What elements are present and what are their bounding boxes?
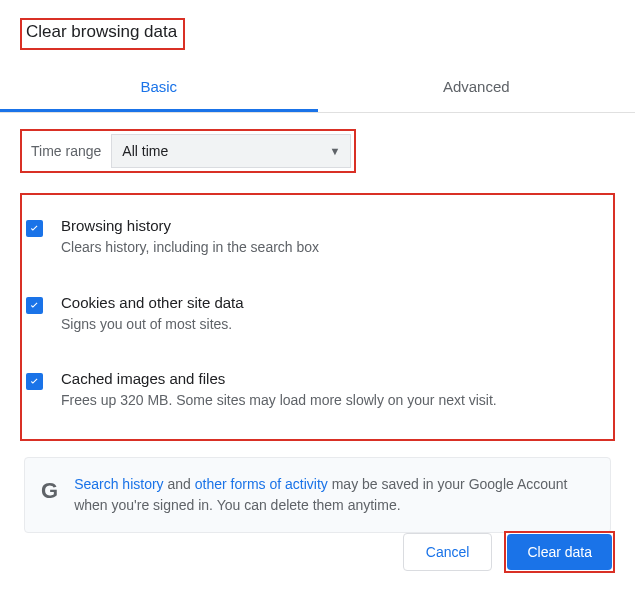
checkbox-cached[interactable] <box>26 373 43 390</box>
time-range-value: All time <box>122 143 168 159</box>
time-range-select[interactable]: All time ▼ <box>111 134 351 168</box>
google-icon: G <box>41 478 58 504</box>
option-cached: Cached images and files Frees up 320 MB.… <box>22 362 603 421</box>
link-search-history[interactable]: Search history <box>74 476 163 492</box>
link-other-activity[interactable]: other forms of activity <box>195 476 328 492</box>
option-title: Browsing history <box>61 217 603 234</box>
tab-basic[interactable]: Basic <box>0 66 318 112</box>
option-description: Frees up 320 MB. Some sites may load mor… <box>61 391 603 411</box>
option-title: Cached images and files <box>61 370 603 387</box>
clear-browsing-data-dialog: Clear browsing data Basic Advanced Time … <box>0 0 635 533</box>
cancel-button[interactable]: Cancel <box>403 533 493 571</box>
checkmark-icon <box>28 375 41 388</box>
option-browsing-history: Browsing history Clears history, includi… <box>22 209 603 268</box>
option-text: Cookies and other site data Signs you ou… <box>61 294 603 335</box>
checkbox-cookies[interactable] <box>26 297 43 314</box>
title-highlight-box: Clear browsing data <box>20 18 185 50</box>
time-range-row: Time range All time ▼ <box>20 129 356 173</box>
time-range-label: Time range <box>25 137 111 165</box>
options-block: Browsing history Clears history, includi… <box>20 193 615 441</box>
chevron-down-icon: ▼ <box>329 145 340 157</box>
option-text: Cached images and files Frees up 320 MB.… <box>61 370 603 411</box>
checkmark-icon <box>28 299 41 312</box>
option-cookies: Cookies and other site data Signs you ou… <box>22 286 603 345</box>
tab-advanced[interactable]: Advanced <box>318 66 636 112</box>
info-text: Search history and other forms of activi… <box>74 474 594 516</box>
title-row: Clear browsing data <box>0 0 635 60</box>
option-description: Signs you out of most sites. <box>61 315 603 335</box>
google-account-info-box: G Search history and other forms of acti… <box>24 457 611 533</box>
option-description: Clears history, including in the search … <box>61 238 603 258</box>
option-title: Cookies and other site data <box>61 294 603 311</box>
clear-button-highlight-box: Clear data <box>504 531 615 573</box>
tab-bar: Basic Advanced <box>0 66 635 113</box>
button-row: Cancel Clear data <box>403 531 615 573</box>
dialog-title: Clear browsing data <box>26 22 177 42</box>
clear-data-button[interactable]: Clear data <box>507 534 612 570</box>
option-text: Browsing history Clears history, includi… <box>61 217 603 258</box>
checkbox-browsing-history[interactable] <box>26 220 43 237</box>
info-text-segment: and <box>164 476 195 492</box>
checkmark-icon <box>28 222 41 235</box>
